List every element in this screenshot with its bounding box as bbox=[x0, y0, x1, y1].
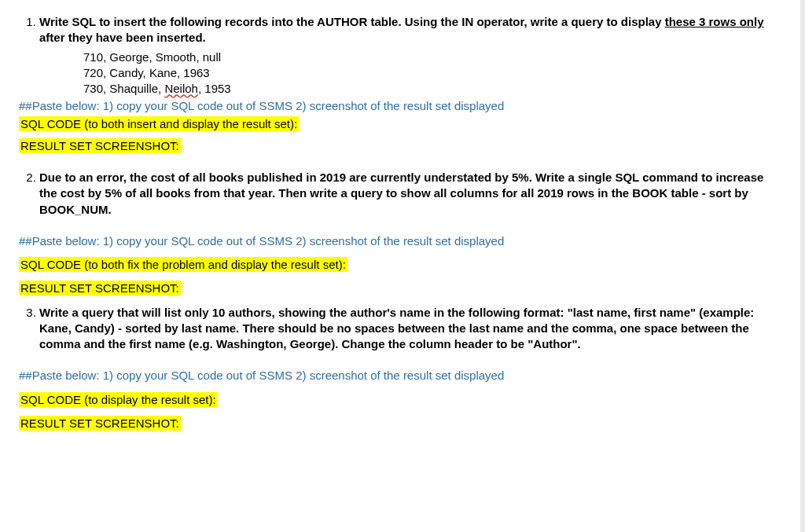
q1-data-row: 730, Shaquille, Neiloh, 1953 bbox=[83, 81, 780, 97]
question-item-1: Write SQL to insert the following record… bbox=[39, 14, 780, 154]
q1-sql-code-label: SQL CODE (to both insert and display the… bbox=[19, 116, 299, 131]
q2-sql-code-label: SQL CODE (to both fix the problem and di… bbox=[19, 257, 347, 272]
q3-sql-code-label: SQL CODE (to display the result set): bbox=[19, 392, 218, 407]
question-list-cont: Write a query that will list only 10 aut… bbox=[17, 305, 780, 353]
question-item-2: Due to an error, the cost of all books p… bbox=[39, 170, 780, 218]
document-page: Write SQL to insert the following record… bbox=[0, 0, 805, 532]
q1-text-underlined: these 3 rows only bbox=[665, 15, 764, 28]
q3-result-label: RESULT SET SCREENSHOT: bbox=[19, 416, 181, 431]
q1-data-row: 710, George, Smooth, null bbox=[83, 50, 780, 65]
q1-row3-before: 730, Shaquille, bbox=[83, 82, 164, 95]
question-2-prompt: Due to an error, the cost of all books p… bbox=[39, 170, 780, 218]
q3-text: Write a query that will list only 10 aut… bbox=[39, 306, 754, 351]
question-1-prompt: Write SQL to insert the following record… bbox=[39, 14, 780, 46]
q1-data-rows: 710, George, Smooth, null 720, Candy, Ka… bbox=[83, 50, 780, 97]
question-list: Write SQL to insert the following record… bbox=[17, 14, 780, 218]
q2-text: Due to an error, the cost of all books p… bbox=[39, 171, 763, 216]
spellcheck-squiggle: Neiloh bbox=[164, 82, 198, 95]
q2-result-label: RESULT SET SCREENSHOT: bbox=[19, 281, 181, 295]
q1-data-row: 720, Candy, Kane, 1963 bbox=[83, 65, 780, 81]
q1-paste-instruction: ##Paste below: 1) copy your SQL code out… bbox=[19, 98, 780, 114]
question-item-3: Write a query that will list only 10 aut… bbox=[39, 305, 780, 353]
q1-result-label: RESULT SET SCREENSHOT: bbox=[19, 138, 181, 153]
q3-paste-instruction: ##Paste below: 1) copy your SQL code out… bbox=[19, 368, 780, 383]
q1-text-before: Write SQL to insert the following record… bbox=[39, 15, 665, 28]
q2-paste-instruction: ##Paste below: 1) copy your SQL code out… bbox=[19, 233, 780, 249]
q1-row3-after: , 1953 bbox=[198, 82, 231, 95]
q1-text-after: after they have been inserted. bbox=[39, 31, 206, 44]
question-3-prompt: Write a query that will list only 10 aut… bbox=[39, 305, 780, 353]
